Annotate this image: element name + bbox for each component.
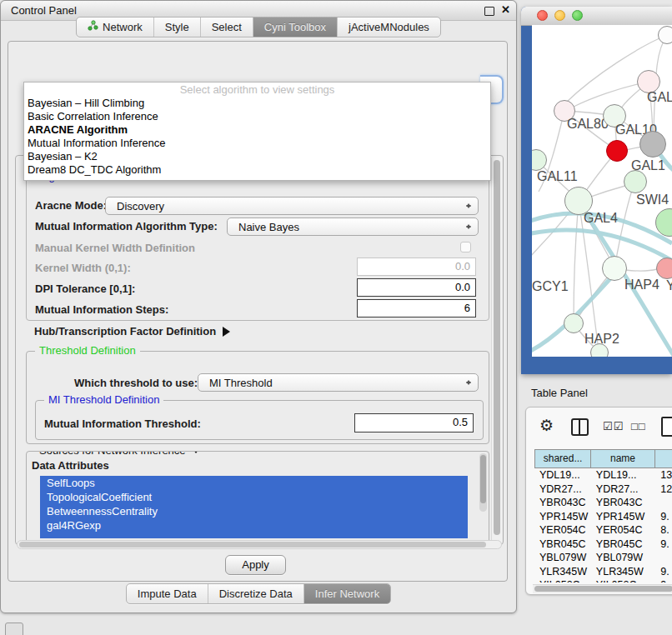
network-node-hap2[interactable] — [564, 313, 584, 333]
tab-infer-network[interactable]: Infer Network — [304, 584, 390, 603]
network-node-y[interactable] — [656, 258, 672, 279]
column-header-col2[interactable] — [655, 450, 672, 468]
settings-vertical-scrollbar[interactable] — [491, 158, 502, 542]
algorithm-option-basic-correlation-inference[interactable]: Basic Correlation Inference — [24, 110, 490, 123]
algorithm-dropdown-popup: Select algorithm to view settings Bayesi… — [23, 82, 491, 181]
table-row[interactable]: YPR145WYPR145W9. — [534, 510, 672, 524]
panel-corner-icon[interactable] — [5, 622, 23, 635]
node-label-hap4: HAP4 — [624, 278, 659, 292]
group-title: MI Threshold Definition — [44, 393, 163, 406]
split-view-icon[interactable] — [571, 418, 589, 436]
mi-steps-label: Mutual Information Steps: — [35, 303, 168, 316]
settings-horizontal-scrollbar[interactable] — [17, 540, 502, 549]
float-window-icon[interactable] — [484, 7, 494, 16]
network-node[interactable] — [590, 343, 609, 357]
mi-type-combobox[interactable]: Naive Bayes — [227, 218, 479, 236]
table-toolbar: ⚙ ☑☑ □□ — [526, 414, 672, 441]
algorithm-option-dream8-dc-tdc-algorithm[interactable]: Dream8 DC_TDC Algorithm — [24, 163, 490, 177]
mi-steps-field[interactable]: 6 — [357, 299, 476, 318]
aracne-mode-combobox[interactable]: Discovery — [105, 197, 479, 215]
table-row[interactable]: YIL052CYIL052C9 — [534, 578, 672, 582]
dropdown-placeholder: Select algorithm to view settings — [24, 83, 490, 97]
algorithm-option-bayesian-k2[interactable]: Bayesian – K2 — [24, 150, 490, 163]
dpi-tolerance-field[interactable]: 0.0 — [357, 278, 476, 297]
algorithm-option-mutual-information-inference[interactable]: Mutual Information Inference — [24, 137, 490, 150]
node-label-gal: GAL — [647, 90, 672, 105]
tab-impute-data[interactable]: Impute Data — [127, 584, 208, 603]
tab-network[interactable]: Network — [77, 18, 154, 37]
list-scrollbar[interactable] — [479, 453, 487, 512]
combobox-arrows-icon — [465, 201, 472, 211]
algorithm-option-aracne-algorithm[interactable]: ARACNE Algorithm — [24, 123, 490, 137]
manual-kernel-label: Manual Kernel Width Definition — [35, 242, 195, 254]
attribute-item-gal4rgexp[interactable]: gal4RGexp — [40, 518, 468, 532]
mi-threshold-definition-group: MI Threshold Definition Mutual Informati… — [35, 400, 484, 440]
sources-toggle[interactable]: Sources for Network Inference — [35, 451, 205, 458]
mi-threshold-field[interactable]: 0.5 — [354, 413, 474, 432]
attribute-item-selfloops[interactable]: SelfLoops — [40, 476, 468, 490]
table-row[interactable]: YBR045CYBR045C9. — [534, 538, 672, 552]
close-window-icon[interactable]: ✕ — [501, 3, 510, 16]
data-attributes-label: Data Attributes — [32, 459, 109, 472]
table-row[interactable]: YER054CYER054C8. — [534, 523, 672, 538]
tab-cyni-toolbox[interactable]: Cyni Toolbox — [253, 18, 338, 37]
column-header-shared[interactable]: shared... — [535, 450, 591, 468]
algorithm-definition-group: Algorithm Definition Aracne Mode: Discov… — [26, 177, 489, 321]
network-node[interactable] — [639, 131, 666, 158]
data-attributes-list[interactable]: SelfLoopsTopologicalCoefficientBetweenne… — [40, 476, 468, 538]
sources-group: Sources for Network Inference Data Attri… — [26, 451, 489, 544]
network-node[interactable] — [658, 26, 672, 44]
kernel-width-field[interactable]: 0.0 — [357, 258, 476, 276]
which-threshold-label: Which threshold to use: — [74, 377, 198, 389]
network-view-window[interactable]: GALGAL80GAL10GAL1GAL11SWI4GAL4GCY1HAP4YH… — [521, 7, 672, 374]
table-row[interactable]: YLR345WYLR345W9. — [534, 565, 672, 579]
table-row[interactable]: YDL19...YDL19...13 — [534, 468, 672, 482]
network-window-titlebar[interactable] — [521, 7, 672, 26]
bottom-tabs: Impute DataDiscretize DataInfer Network — [1, 583, 516, 604]
deselect-checkboxes-icon[interactable]: □□ — [631, 420, 646, 432]
node-label-gal11: GAL11 — [537, 169, 578, 184]
control-panel-tabs: NetworkStyleSelectCyni ToolboxjActiveMNo… — [1, 17, 516, 38]
manual-kernel-checkbox[interactable] — [460, 242, 471, 252]
attribute-item-topologicalcoefficient[interactable]: TopologicalCoefficient — [40, 490, 468, 504]
table-row[interactable]: YBR043CYBR043C — [534, 496, 672, 510]
apply-button[interactable]: Apply — [225, 555, 286, 575]
settings-gear-icon[interactable]: ⚙ — [539, 416, 554, 435]
combobox-arrows-icon — [465, 378, 472, 388]
algorithm-option-bayesian-hill-climbing[interactable]: Bayesian – Hill Climbing — [24, 97, 490, 110]
network-node-hap4[interactable] — [602, 256, 627, 281]
control-panel-window: Control Panel ✕ NetworkStyleSelectCyni T… — [0, 0, 517, 613]
close-traffic-light-icon[interactable] — [537, 10, 548, 21]
hub-definition-toggle[interactable]: Hub/Transcription Factor Definition — [34, 325, 235, 338]
dpi-tolerance-label: DPI Tolerance [0,1]: — [35, 282, 135, 295]
tab-select[interactable]: Select — [201, 18, 253, 37]
table-row[interactable]: YBL079WYBL079W — [534, 551, 672, 565]
tab-jactivemnodules[interactable]: jActiveMNodules — [338, 18, 440, 37]
which-threshold-combobox[interactable]: MI Threshold — [198, 373, 479, 392]
mi-threshold-label: Mutual Information Threshold: — [44, 418, 201, 430]
attribute-item-betweennesscentrality[interactable]: BetweennessCentrality — [40, 504, 468, 518]
network-node-gal1[interactable] — [606, 140, 628, 162]
document-icon[interactable] — [661, 417, 672, 437]
select-all-checkboxes-icon[interactable]: ☑☑ — [603, 420, 624, 432]
table-panel: ⚙ ☑☑ □□ shared...name YDL19...YDL19...13… — [525, 407, 672, 595]
network-canvas[interactable]: GALGAL80GAL10GAL1GAL11SWI4GAL4GCY1HAP4YH… — [532, 25, 672, 357]
tab-style[interactable]: Style — [154, 18, 201, 37]
chevron-down-icon — [191, 451, 201, 458]
node-label-y: Y — [666, 278, 672, 293]
network-node-swi4[interactable] — [624, 170, 647, 193]
cyni-toolbox-panel: gal-filtered sif default node Cyni Algor… — [8, 41, 508, 582]
node-label-gcy1: GCY1 — [532, 279, 569, 294]
minimize-traffic-light-icon[interactable] — [554, 10, 565, 21]
cyni-algorithm-settings-group: Cyni Algorithm Settings Algorithm Defini… — [15, 155, 504, 545]
tab-discretize-data[interactable]: Discretize Data — [208, 584, 304, 603]
mi-type-label: Mutual Information Algorithm Type: — [35, 220, 218, 232]
threshold-definition-group: Threshold Definition Which threshold to … — [26, 351, 489, 444]
node-table: shared...name YDL19...YDL19...13YDR27...… — [534, 449, 672, 582]
table-row[interactable]: YDR27...YDR27...12 — [534, 482, 672, 497]
node-label-swi4: SWI4 — [636, 192, 669, 208]
column-header-name[interactable]: name — [591, 450, 655, 468]
node-label-gal4: GAL4 — [584, 211, 618, 226]
zoom-traffic-light-icon[interactable] — [572, 10, 583, 21]
table-horizontal-scrollbar[interactable] — [533, 584, 672, 593]
